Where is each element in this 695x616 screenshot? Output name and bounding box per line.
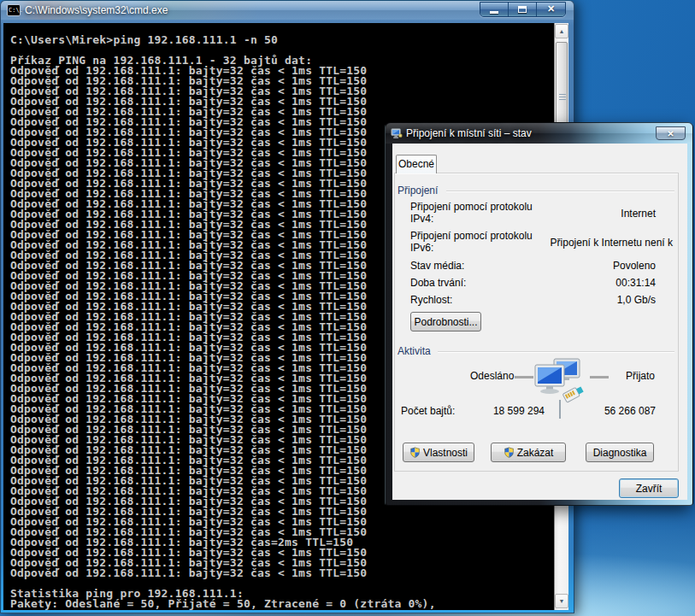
minimize-button[interactable] <box>480 3 509 17</box>
minimize-icon <box>490 11 498 14</box>
diagnostics-button-label: Diagnostika <box>593 447 647 459</box>
close-dialog-button-label: Zavřít <box>636 483 663 495</box>
duration-value: 00:31:14 <box>615 277 656 289</box>
media-state-value: Povoleno <box>613 260 656 272</box>
cmd-window-controls: ✕ <box>480 2 566 17</box>
diagnostics-button[interactable]: Diagnostika <box>586 443 654 462</box>
details-button[interactable]: Podrobnosti... <box>410 312 481 331</box>
maximize-icon <box>518 6 527 13</box>
disable-button-label: Zakázat <box>517 447 554 459</box>
close-button[interactable]: ✕ <box>537 3 565 17</box>
dialog-title: Připojení k místní síti – stav <box>406 127 532 139</box>
ipv6-value: Připojení k Internetu není k <box>551 237 673 249</box>
disable-button[interactable]: Zakázat <box>491 443 566 462</box>
network-status-dialog: Připojení k místní síti – stav ✕ Obecné … <box>385 122 693 506</box>
tab-obecne[interactable]: Obecné <box>396 155 437 173</box>
dialog-close-button[interactable]: ✕ <box>656 126 686 140</box>
close-icon: ✕ <box>537 3 565 15</box>
close-dialog-button[interactable]: Zavřít <box>619 478 679 498</box>
ipv4-value: Internet <box>621 208 656 220</box>
scroll-down-arrow-icon[interactable]: ▼ <box>555 594 568 608</box>
bytes-sent-value: 18 599 294 <box>493 405 545 417</box>
cmd-icon: C:\. <box>7 4 21 16</box>
uac-shield-icon <box>504 447 515 458</box>
speed-value: 1,0 Gb/s <box>617 294 656 306</box>
cmd-titlebar[interactable]: C:\. C:\Windows\system32\cmd.exe ✕ <box>1 1 574 20</box>
speed-label: Rychlost: <box>410 294 452 306</box>
uac-shield-icon <box>409 447 421 458</box>
details-button-label: Podrobnosti... <box>414 316 477 328</box>
network-computers-icon <box>533 355 586 404</box>
properties-button[interactable]: Vlastnosti <box>403 443 474 462</box>
scrollbar-grip-icon <box>559 94 566 100</box>
ipv4-label: Připojení pomocí protokolu IPv4: <box>410 201 547 225</box>
byte-count-label: Počet bajtů: <box>401 405 455 417</box>
cmd-window-title: C:\Windows\system32\cmd.exe <box>25 4 168 16</box>
connection-group-caption: Připojení <box>398 185 438 197</box>
maximize-button[interactable] <box>509 3 537 17</box>
duration-label: Doba trvání: <box>410 277 466 289</box>
sent-dash <box>515 376 533 378</box>
dialog-body: Obecné Připojení Připojení pomocí protok… <box>392 144 687 500</box>
connection-group-line <box>446 191 674 191</box>
tab-page-general: Připojení Připojení pomocí protokolu IPv… <box>394 173 679 472</box>
media-state-label: Stav média: <box>410 260 464 272</box>
dialog-titlebar[interactable]: Připojení k místní síti – stav ✕ <box>386 123 692 144</box>
ipv6-label: Připojení pomocí protokolu IPv6: <box>410 230 547 254</box>
sent-label: Odesláno <box>470 370 514 382</box>
bytes-divider <box>559 400 561 419</box>
properties-button-label: Vlastnosti <box>423 447 468 459</box>
received-dash <box>590 376 609 378</box>
bytes-received-value: 56 266 087 <box>604 405 656 417</box>
scroll-up-arrow-icon[interactable]: ▲ <box>555 24 568 38</box>
activity-group-line <box>438 351 674 352</box>
network-connection-icon <box>391 127 403 139</box>
received-label: Přijato <box>626 370 655 382</box>
activity-group-caption: Aktivita <box>398 345 431 357</box>
